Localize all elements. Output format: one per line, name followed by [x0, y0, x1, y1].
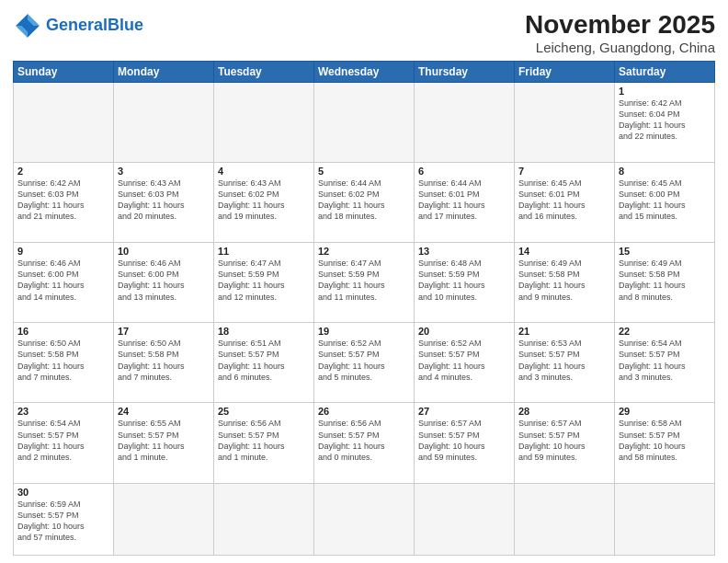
- weekday-header-row: Sunday Monday Tuesday Wednesday Thursday…: [14, 61, 715, 82]
- table-row: 29Sunrise: 6:58 AM Sunset: 5:57 PM Dayli…: [615, 403, 715, 483]
- day-number: 30: [17, 487, 109, 498]
- table-row: 21Sunrise: 6:53 AM Sunset: 5:57 PM Dayli…: [515, 323, 615, 403]
- logo-icon: [13, 11, 42, 40]
- day-number: 7: [518, 166, 610, 177]
- day-number: 23: [17, 406, 109, 417]
- day-number: 5: [318, 166, 410, 177]
- table-row: 27Sunrise: 6:57 AM Sunset: 5:57 PM Dayli…: [415, 403, 515, 483]
- table-row: 8Sunrise: 6:45 AM Sunset: 6:00 PM Daylig…: [615, 162, 715, 242]
- table-row: 11Sunrise: 6:47 AM Sunset: 5:59 PM Dayli…: [214, 243, 314, 323]
- day-info: Sunrise: 6:47 AM Sunset: 5:59 PM Dayligh…: [218, 258, 310, 303]
- day-info: Sunrise: 6:56 AM Sunset: 5:57 PM Dayligh…: [218, 418, 310, 463]
- day-info: Sunrise: 6:46 AM Sunset: 6:00 PM Dayligh…: [118, 258, 210, 303]
- day-number: 3: [118, 166, 210, 177]
- day-number: 25: [218, 406, 310, 417]
- day-info: Sunrise: 6:42 AM Sunset: 6:03 PM Dayligh…: [17, 178, 109, 223]
- header-saturday: Saturday: [615, 61, 715, 82]
- day-number: 24: [118, 406, 210, 417]
- day-info: Sunrise: 6:57 AM Sunset: 5:57 PM Dayligh…: [418, 418, 510, 463]
- day-info: Sunrise: 6:53 AM Sunset: 5:57 PM Dayligh…: [518, 338, 610, 383]
- table-row: [14, 82, 114, 162]
- table-row: 13Sunrise: 6:48 AM Sunset: 5:59 PM Dayli…: [415, 243, 515, 323]
- logo: GeneralBlue: [13, 11, 143, 40]
- table-row: 22Sunrise: 6:54 AM Sunset: 5:57 PM Dayli…: [615, 323, 715, 403]
- day-number: 27: [418, 406, 510, 417]
- day-info: Sunrise: 6:47 AM Sunset: 5:59 PM Dayligh…: [318, 258, 410, 303]
- day-info: Sunrise: 6:56 AM Sunset: 5:57 PM Dayligh…: [318, 418, 410, 463]
- header-wednesday: Wednesday: [314, 61, 415, 82]
- day-info: Sunrise: 6:54 AM Sunset: 5:57 PM Dayligh…: [17, 418, 109, 463]
- page: GeneralBlue November 2025 Leicheng, Guan…: [0, 0, 728, 563]
- day-info: Sunrise: 6:51 AM Sunset: 5:57 PM Dayligh…: [218, 338, 310, 383]
- table-row: 5Sunrise: 6:44 AM Sunset: 6:02 PM Daylig…: [314, 162, 415, 242]
- day-info: Sunrise: 6:59 AM Sunset: 5:57 PM Dayligh…: [17, 499, 109, 544]
- day-number: 12: [318, 246, 410, 257]
- table-row: 15Sunrise: 6:49 AM Sunset: 5:58 PM Dayli…: [615, 243, 715, 323]
- table-row: [214, 82, 314, 162]
- day-number: 8: [619, 166, 711, 177]
- day-number: 18: [218, 326, 310, 337]
- day-number: 1: [619, 86, 711, 97]
- day-info: Sunrise: 6:43 AM Sunset: 6:02 PM Dayligh…: [218, 178, 310, 223]
- table-row: 14Sunrise: 6:49 AM Sunset: 5:58 PM Dayli…: [515, 243, 615, 323]
- table-row: [114, 483, 214, 556]
- day-number: 10: [118, 246, 210, 257]
- day-number: 6: [418, 166, 510, 177]
- table-row: [615, 483, 715, 556]
- table-row: 17Sunrise: 6:50 AM Sunset: 5:58 PM Dayli…: [114, 323, 214, 403]
- calendar-row: 9Sunrise: 6:46 AM Sunset: 6:00 PM Daylig…: [14, 243, 715, 323]
- day-number: 28: [518, 406, 610, 417]
- header-thursday: Thursday: [415, 61, 515, 82]
- table-row: 7Sunrise: 6:45 AM Sunset: 6:01 PM Daylig…: [515, 162, 615, 242]
- table-row: 26Sunrise: 6:56 AM Sunset: 5:57 PM Dayli…: [314, 403, 415, 483]
- table-row: 16Sunrise: 6:50 AM Sunset: 5:58 PM Dayli…: [14, 323, 114, 403]
- table-row: 18Sunrise: 6:51 AM Sunset: 5:57 PM Dayli…: [214, 323, 314, 403]
- table-row: [114, 82, 214, 162]
- day-number: 21: [518, 326, 610, 337]
- day-info: Sunrise: 6:42 AM Sunset: 6:04 PM Dayligh…: [619, 98, 711, 143]
- logo-text: GeneralBlue: [46, 17, 143, 35]
- location: Leicheng, Guangdong, China: [525, 40, 715, 55]
- day-info: Sunrise: 6:50 AM Sunset: 5:58 PM Dayligh…: [17, 338, 109, 383]
- table-row: 30Sunrise: 6:59 AM Sunset: 5:57 PM Dayli…: [14, 483, 114, 556]
- day-number: 19: [318, 326, 410, 337]
- header-tuesday: Tuesday: [214, 61, 314, 82]
- day-info: Sunrise: 6:57 AM Sunset: 5:57 PM Dayligh…: [518, 418, 610, 463]
- table-row: 23Sunrise: 6:54 AM Sunset: 5:57 PM Dayli…: [14, 403, 114, 483]
- day-number: 15: [619, 246, 711, 257]
- day-number: 2: [17, 166, 109, 177]
- day-number: 16: [17, 326, 109, 337]
- table-row: [314, 483, 415, 556]
- table-row: 9Sunrise: 6:46 AM Sunset: 6:00 PM Daylig…: [14, 243, 114, 323]
- logo-blue: Blue: [108, 16, 143, 34]
- day-number: 29: [619, 406, 711, 417]
- day-info: Sunrise: 6:43 AM Sunset: 6:03 PM Dayligh…: [118, 178, 210, 223]
- day-info: Sunrise: 6:49 AM Sunset: 5:58 PM Dayligh…: [518, 258, 610, 303]
- calendar-row: 16Sunrise: 6:50 AM Sunset: 5:58 PM Dayli…: [14, 323, 715, 403]
- logo-general: General: [46, 16, 108, 34]
- calendar-table: Sunday Monday Tuesday Wednesday Thursday…: [13, 61, 715, 556]
- day-info: Sunrise: 6:46 AM Sunset: 6:00 PM Dayligh…: [17, 258, 109, 303]
- calendar-row: 1Sunrise: 6:42 AM Sunset: 6:04 PM Daylig…: [14, 82, 715, 162]
- day-number: 13: [418, 246, 510, 257]
- day-info: Sunrise: 6:58 AM Sunset: 5:57 PM Dayligh…: [619, 418, 711, 463]
- day-info: Sunrise: 6:50 AM Sunset: 5:58 PM Dayligh…: [118, 338, 210, 383]
- month-title: November 2025: [525, 11, 715, 40]
- header: GeneralBlue November 2025 Leicheng, Guan…: [13, 11, 715, 55]
- table-row: 12Sunrise: 6:47 AM Sunset: 5:59 PM Dayli…: [314, 243, 415, 323]
- day-info: Sunrise: 6:55 AM Sunset: 5:57 PM Dayligh…: [118, 418, 210, 463]
- day-number: 26: [318, 406, 410, 417]
- day-number: 9: [17, 246, 109, 257]
- day-info: Sunrise: 6:45 AM Sunset: 6:01 PM Dayligh…: [518, 178, 610, 223]
- title-block: November 2025 Leicheng, Guangdong, China: [525, 11, 715, 55]
- table-row: [515, 82, 615, 162]
- day-number: 11: [218, 246, 310, 257]
- table-row: 24Sunrise: 6:55 AM Sunset: 5:57 PM Dayli…: [114, 403, 214, 483]
- header-sunday: Sunday: [14, 61, 114, 82]
- day-info: Sunrise: 6:48 AM Sunset: 5:59 PM Dayligh…: [418, 258, 510, 303]
- day-number: 20: [418, 326, 510, 337]
- header-friday: Friday: [515, 61, 615, 82]
- day-info: Sunrise: 6:54 AM Sunset: 5:57 PM Dayligh…: [619, 338, 711, 383]
- day-info: Sunrise: 6:45 AM Sunset: 6:00 PM Dayligh…: [619, 178, 711, 223]
- table-row: [515, 483, 615, 556]
